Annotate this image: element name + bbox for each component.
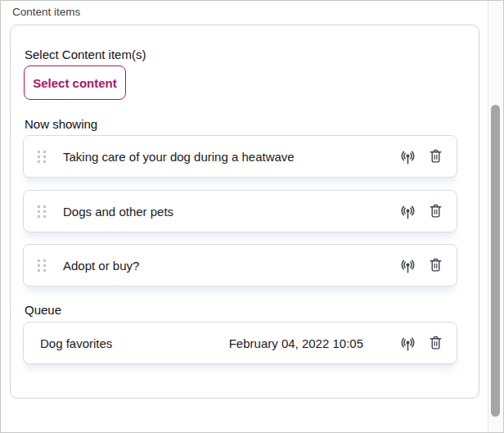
field-label: Content items (12, 6, 80, 18)
content-items-widget: Content items Select Content item(s) Sel… (0, 0, 504, 433)
content-item-title: Taking care of your dog during a heatwav… (63, 150, 398, 164)
content-item-card: Dogs and other pets (23, 190, 457, 232)
broadcast-icon[interactable] (398, 201, 417, 221)
scrollbar-track[interactable] (488, 1, 502, 432)
queue-item-date: February 04, 2022 10:05 (229, 336, 363, 350)
broadcast-icon[interactable] (398, 255, 417, 275)
trash-icon[interactable] (425, 147, 445, 166)
content-items-panel: Select Content item(s) Select content No… (10, 25, 479, 399)
select-content-button[interactable]: Select content (24, 65, 126, 100)
drag-handle-icon[interactable] (37, 259, 47, 272)
scrollbar-thumb[interactable] (491, 105, 500, 417)
now-showing-label: Now showing (25, 117, 97, 131)
content-item-title: Dogs and other pets (63, 205, 398, 219)
content-item-card: Taking care of your dog during a heatwav… (23, 135, 457, 178)
trash-icon[interactable] (425, 201, 445, 221)
broadcast-icon[interactable] (398, 147, 417, 166)
queue-item-card: Dog favorites February 04, 2022 10:05 (23, 322, 457, 364)
trash-icon[interactable] (425, 333, 445, 353)
drag-handle-icon[interactable] (37, 205, 47, 218)
content-item-card: Adopt or buy? (23, 244, 457, 286)
trash-icon[interactable] (425, 255, 445, 275)
select-content-label: Select Content item(s) (25, 47, 146, 61)
drag-handle-icon[interactable] (37, 151, 47, 163)
queue-label: Queue (25, 303, 61, 317)
queue-item-title: Dog favorites (40, 336, 229, 350)
broadcast-icon[interactable] (398, 333, 417, 353)
content-item-title: Adopt or buy? (63, 259, 398, 273)
